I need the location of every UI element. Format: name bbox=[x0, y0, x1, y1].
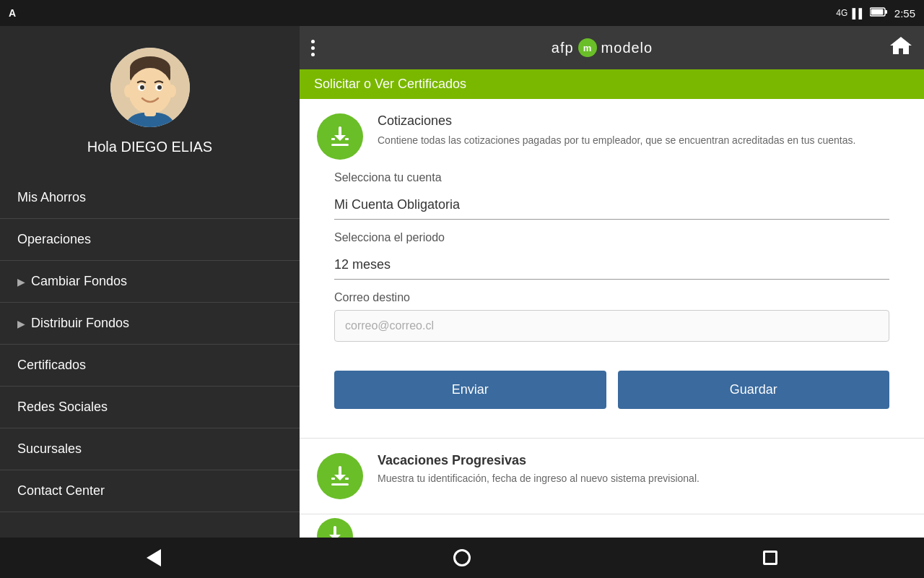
status-bar-left: A bbox=[9, 7, 16, 19]
signal-bars-icon: ▌▌ bbox=[852, 8, 865, 19]
svg-rect-25 bbox=[331, 478, 335, 480]
home-nav-icon bbox=[453, 549, 471, 566]
status-bar-right: 4G ▌▌ 2:55 bbox=[836, 7, 915, 20]
status-a-label: A bbox=[9, 7, 16, 19]
periodo-field-wrapper: Selecciona el periodo 12 meses bbox=[334, 231, 889, 280]
arrow-icon-cambiar: ▶ bbox=[17, 276, 25, 288]
svg-rect-2 bbox=[871, 9, 883, 15]
section-header: Solicitar o Ver Certificados bbox=[300, 69, 924, 99]
nav-label-cambiar-fondos: Cambiar Fondos bbox=[31, 274, 127, 289]
guardar-button[interactable]: Guardar bbox=[618, 371, 890, 409]
cotizaciones-text: Cotizaciones Contiene todas las cotizaci… bbox=[378, 113, 855, 148]
nav-item-sucursales[interactable]: Sucursales bbox=[0, 428, 300, 470]
signal-icon: 4G bbox=[836, 8, 847, 18]
svg-point-12 bbox=[124, 85, 133, 98]
third-item-partial bbox=[300, 514, 924, 538]
svg-rect-21 bbox=[345, 138, 349, 140]
cuenta-select[interactable]: Mi Cuenta Obligatoria bbox=[334, 190, 889, 220]
sidebar: Hola DIEGO ELIAS Mis Ahorros Operaciones… bbox=[0, 26, 300, 538]
vacaciones-icon bbox=[317, 453, 363, 499]
nav-item-certificados[interactable]: Certificados bbox=[0, 345, 300, 387]
recent-icon bbox=[763, 551, 777, 565]
avatar-section: Hola DIEGO ELIAS bbox=[0, 26, 300, 170]
nav-item-distribuir-fondos[interactable]: ▶ Distribuir Fondos bbox=[0, 303, 300, 345]
avatar bbox=[110, 48, 190, 127]
cotizaciones-description: Contiene todas las cotizaciones pagadas … bbox=[378, 133, 855, 148]
vacaciones-description: Muestra tu identificación, fecha de ingr… bbox=[378, 473, 699, 484]
vacaciones-title: Vacaciones Progresivas bbox=[378, 453, 699, 468]
cotizaciones-header: Cotizaciones Contiene todas las cotizaci… bbox=[317, 113, 907, 160]
cotizaciones-icon bbox=[317, 113, 363, 160]
arrow-icon-distribuir: ▶ bbox=[17, 318, 25, 329]
nav-item-contact-center[interactable]: Contact Center bbox=[0, 470, 300, 512]
back-icon bbox=[147, 549, 161, 566]
nav-label-certificados: Certificados bbox=[17, 358, 86, 373]
svg-marker-19 bbox=[334, 135, 346, 141]
main-area: Hola DIEGO ELIAS Mis Ahorros Operaciones… bbox=[0, 26, 924, 538]
correo-label: Correo destino bbox=[334, 291, 889, 304]
content-area: Cotizaciones Contiene todas las cotizaci… bbox=[300, 99, 924, 538]
greeting-text: Hola DIEGO ELIAS bbox=[87, 139, 212, 155]
recent-button[interactable] bbox=[753, 540, 788, 575]
dot-1 bbox=[311, 40, 315, 43]
nav-link-distribuir-fondos[interactable]: ▶ Distribuir Fondos bbox=[0, 303, 300, 344]
cotizaciones-title: Cotizaciones bbox=[378, 113, 855, 129]
vacaciones-text: Vacaciones Progresivas Muestra tu identi… bbox=[378, 453, 699, 484]
cotizaciones-buttons: Enviar Guardar bbox=[317, 365, 907, 423]
nav-link-operaciones[interactable]: Operaciones bbox=[0, 219, 300, 260]
menu-dots-button[interactable] bbox=[311, 40, 315, 56]
svg-marker-28 bbox=[329, 535, 341, 538]
nav-label-contact-center: Contact Center bbox=[17, 483, 105, 499]
cotizaciones-form: Selecciona tu cuenta Mi Cuenta Obligator… bbox=[317, 171, 907, 365]
svg-point-13 bbox=[167, 85, 176, 98]
brand-circle-icon: m bbox=[578, 38, 597, 57]
nav-link-mis-ahorros[interactable]: Mis Ahorros bbox=[0, 177, 300, 218]
nav-link-contact-center[interactable]: Contact Center bbox=[0, 470, 300, 512]
nav-link-sucursales[interactable]: Sucursales bbox=[0, 428, 300, 470]
cuenta-label: Selecciona tu cuenta bbox=[334, 171, 889, 184]
nav-item-cambiar-fondos[interactable]: ▶ Cambiar Fondos bbox=[0, 261, 300, 303]
nav-link-redes-sociales[interactable]: Redes Sociales bbox=[0, 387, 300, 428]
periodo-label: Selecciona el periodo bbox=[334, 231, 889, 244]
brand-name: modelo bbox=[601, 40, 653, 56]
section-title: Solicitar o Ver Certificados bbox=[314, 77, 466, 91]
brand-prefix: afp bbox=[552, 40, 574, 56]
correo-input[interactable] bbox=[334, 310, 889, 342]
svg-rect-1 bbox=[885, 10, 887, 14]
dot-3 bbox=[311, 53, 315, 56]
nav-label-mis-ahorros: Mis Ahorros bbox=[17, 190, 86, 205]
nav-item-mis-ahorros[interactable]: Mis Ahorros bbox=[0, 177, 300, 219]
correo-field-wrapper: Correo destino bbox=[334, 291, 889, 342]
brand-logo: afp m modelo bbox=[552, 38, 653, 57]
nav-item-operaciones[interactable]: Operaciones bbox=[0, 219, 300, 261]
periodo-select[interactable]: 12 meses bbox=[334, 250, 889, 280]
enviar-button[interactable]: Enviar bbox=[334, 371, 606, 409]
svg-marker-15 bbox=[890, 37, 912, 54]
nav-link-certificados[interactable]: Certificados bbox=[0, 345, 300, 386]
svg-rect-14 bbox=[144, 109, 156, 116]
svg-rect-26 bbox=[345, 478, 349, 480]
home-button[interactable] bbox=[445, 540, 479, 575]
back-button[interactable] bbox=[136, 540, 171, 575]
home-icon[interactable] bbox=[889, 35, 912, 60]
vacaciones-item: Vacaciones Progresivas Muestra tu identi… bbox=[300, 439, 924, 514]
dot-2 bbox=[311, 46, 315, 50]
cuenta-field-wrapper: Selecciona tu cuenta Mi Cuenta Obligator… bbox=[334, 171, 889, 220]
third-item-icon-partial bbox=[317, 518, 353, 538]
nav-item-redes-sociales[interactable]: Redes Sociales bbox=[0, 387, 300, 428]
svg-rect-16 bbox=[331, 144, 349, 146]
nav-label-sucursales: Sucursales bbox=[17, 441, 82, 457]
svg-point-7 bbox=[128, 68, 172, 114]
bottom-bar bbox=[0, 538, 924, 578]
svg-rect-22 bbox=[331, 483, 349, 486]
battery-icon bbox=[870, 7, 887, 19]
status-bar: A 4G ▌▌ 2:55 bbox=[0, 0, 924, 26]
status-time: 2:55 bbox=[894, 7, 915, 20]
svg-point-11 bbox=[157, 85, 162, 90]
nav-list: Mis Ahorros Operaciones ▶ Cambiar Fondos… bbox=[0, 170, 300, 538]
nav-link-cambiar-fondos[interactable]: ▶ Cambiar Fondos bbox=[0, 261, 300, 302]
right-panel: afp m modelo Solicitar o Ver Certificado… bbox=[300, 26, 924, 538]
svg-point-10 bbox=[140, 85, 144, 90]
nav-label-distribuir-fondos: Distribuir Fondos bbox=[31, 316, 129, 331]
svg-rect-20 bbox=[331, 138, 335, 140]
